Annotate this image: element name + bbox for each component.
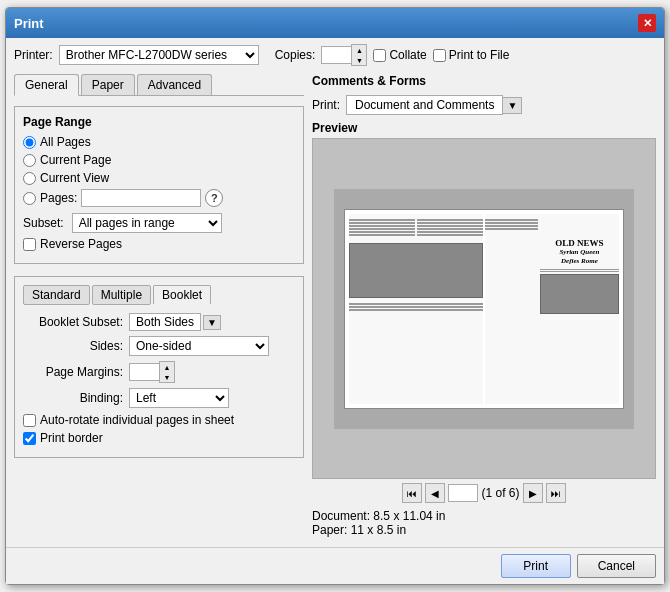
pages-radio[interactable] <box>23 192 36 205</box>
booklet-subset-row: Booklet Subset: Both Sides ▼ <box>23 313 295 331</box>
booklet-subset-label: Booklet Subset: <box>23 315 123 329</box>
binding-select[interactable]: LeftRight <box>129 388 229 408</box>
margins-decrement[interactable]: ▼ <box>160 372 174 382</box>
sides-select[interactable]: One-sidedTwo-sided <box>129 336 269 356</box>
print-cf-label: Print: <box>312 98 340 112</box>
auto-rotate-label: Auto-rotate individual pages in sheet <box>40 413 234 427</box>
sides-row: Sides: One-sidedTwo-sided <box>23 336 295 356</box>
all-pages-row: All Pages <box>23 135 295 149</box>
document-info: Document: 8.5 x 11.04 in Paper: 11 x 8.5… <box>312 507 656 539</box>
print-dropdown-arrow[interactable]: ▼ <box>503 97 522 114</box>
pages-row: Pages: 1-12 ? <box>23 189 295 207</box>
both-sides-wrapper: Both Sides ▼ <box>129 313 221 331</box>
auto-rotate-checkbox[interactable] <box>23 414 36 427</box>
page-range-section: Page Range All Pages Current Page Curren… <box>14 106 304 264</box>
printer-select[interactable]: Brother MFC-L2700DW series <box>59 45 259 65</box>
collate-label: Collate <box>373 48 426 62</box>
reverse-pages-row: Reverse Pages <box>23 237 295 251</box>
booklet-tab-multiple[interactable]: Multiple <box>92 285 151 305</box>
printer-label: Printer: <box>14 48 53 62</box>
reverse-pages-checkbox[interactable] <box>23 238 36 251</box>
subset-label: Subset: <box>23 216 64 230</box>
binding-row: Binding: LeftRight <box>23 388 295 408</box>
page-range-title: Page Range <box>23 115 295 129</box>
print-border-row: Print border <box>23 431 295 445</box>
dialog-body: General Paper Advanced Page Range All Pa… <box>6 66 664 547</box>
printer-row: Printer: Brother MFC-L2700DW series <box>14 45 259 65</box>
print-dialog: Print ✕ Printer: Brother MFC-L2700DW ser… <box>5 7 665 585</box>
booklet-tab-booklet[interactable]: Booklet <box>153 285 211 305</box>
page-left <box>349 214 483 404</box>
help-button[interactable]: ? <box>205 189 223 207</box>
page-number-input[interactable]: 12 <box>448 484 478 502</box>
margins-spinner: 5 ▲ ▼ <box>129 361 175 383</box>
preview-label: Preview <box>312 121 656 135</box>
print-value-display[interactable]: Document and Comments <box>346 95 503 115</box>
margins-increment[interactable]: ▲ <box>160 362 174 372</box>
tab-general[interactable]: General <box>14 74 79 96</box>
comments-forms-section: Comments & Forms Print: Document and Com… <box>312 74 656 115</box>
margins-input[interactable]: 5 <box>129 363 159 381</box>
current-view-label: Current View <box>40 171 109 185</box>
main-tabs: General Paper Advanced <box>14 74 304 96</box>
right-col-inner: Comments & Forms Print: Document and Com… <box>312 74 656 539</box>
paper-size: Paper: 11 x 8.5 in <box>312 523 656 537</box>
document-size: Document: 8.5 x 11.04 in <box>312 509 656 523</box>
margins-row: Page Margins: 5 ▲ ▼ <box>23 361 295 383</box>
print-button[interactable]: Print <box>501 554 571 578</box>
copies-label: Copies: <box>275 48 316 62</box>
news-headline: OLD NEWS <box>540 238 619 249</box>
current-view-row: Current View <box>23 171 295 185</box>
both-sides-arrow[interactable]: ▼ <box>203 315 221 330</box>
pages-label: Pages: <box>40 191 77 205</box>
booklet-tabs: Standard Multiple Booklet <box>23 285 295 305</box>
tab-advanced[interactable]: Advanced <box>137 74 212 95</box>
print-dropdown: Document and Comments ▼ <box>346 95 522 115</box>
copies-row: Copies: 1 ▲ ▼ Collate Print to File <box>275 44 510 66</box>
spinner-buttons: ▲ ▼ <box>351 44 367 66</box>
tab-paper[interactable]: Paper <box>81 74 135 95</box>
print-border-label: Print border <box>40 431 103 445</box>
booklet-section: Standard Multiple Booklet Booklet Subset… <box>14 276 304 458</box>
current-view-radio[interactable] <box>23 172 36 185</box>
prev-page-button[interactable]: ◀ <box>425 483 445 503</box>
booklet-tab-standard[interactable]: Standard <box>23 285 90 305</box>
navigation-row: ⏮ ◀ 12 (1 of 6) ▶ ⏭ <box>312 479 656 507</box>
dialog-title: Print <box>14 16 44 31</box>
preview-page: OLD NEWS Syrian Queen Defies Rome <box>344 209 624 409</box>
print-to-file-checkbox[interactable] <box>433 49 446 62</box>
both-sides-button[interactable]: Both Sides <box>129 313 201 331</box>
left-panel: General Paper Advanced Page Range All Pa… <box>14 74 304 539</box>
current-page-label: Current Page <box>40 153 111 167</box>
news-subhead-1: Syrian Queen <box>540 248 619 257</box>
all-pages-label: All Pages <box>40 135 91 149</box>
comments-forms-label: Comments & Forms <box>312 74 656 88</box>
margins-spinner-btns: ▲ ▼ <box>159 361 175 383</box>
news-subhead-2: Defies Rome <box>540 257 619 266</box>
pages-input[interactable]: 1-12 <box>81 189 201 207</box>
auto-rotate-row: Auto-rotate individual pages in sheet <box>23 413 295 427</box>
next-page-button[interactable]: ▶ <box>523 483 543 503</box>
current-page-radio[interactable] <box>23 154 36 167</box>
cancel-button[interactable]: Cancel <box>577 554 656 578</box>
title-bar: Print ✕ <box>6 8 664 38</box>
sides-label: Sides: <box>23 339 123 353</box>
collate-checkbox[interactable] <box>373 49 386 62</box>
page-info: (1 of 6) <box>481 486 519 500</box>
first-page-button[interactable]: ⏮ <box>402 483 422 503</box>
all-pages-radio[interactable] <box>23 136 36 149</box>
last-page-button[interactable]: ⏭ <box>546 483 566 503</box>
right-image <box>540 274 619 314</box>
reverse-pages-label: Reverse Pages <box>40 237 122 251</box>
subset-select[interactable]: All pages in rangeOdd pages onlyEven pag… <box>72 213 222 233</box>
copies-spinner: 1 ▲ ▼ <box>321 44 367 66</box>
dialog-footer: Print Cancel <box>6 547 664 584</box>
margins-label: Page Margins: <box>23 365 123 379</box>
copies-input[interactable]: 1 <box>321 46 351 64</box>
close-button[interactable]: ✕ <box>638 14 656 32</box>
current-page-row: Current Page <box>23 153 295 167</box>
print-border-checkbox[interactable] <box>23 432 36 445</box>
copies-decrement[interactable]: ▼ <box>352 55 366 65</box>
right-panel: Comments & Forms Print: Document and Com… <box>312 74 656 539</box>
copies-increment[interactable]: ▲ <box>352 45 366 55</box>
